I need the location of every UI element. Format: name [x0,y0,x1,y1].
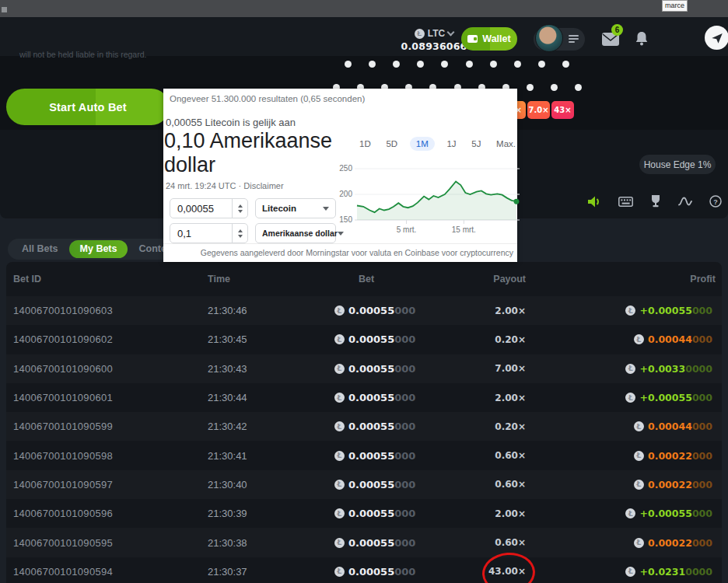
bell-icon[interactable] [635,32,648,46]
bet-cell: Ł 0.00055000 [334,392,467,403]
header-payout: Payout [467,274,526,285]
table-row[interactable]: 14006700101090595 21:30:38 Ł 0.00055000 … [6,528,722,557]
bet-cell: Ł 0.00055000 [334,537,467,549]
ltc-coin-icon: Ł [634,480,644,490]
ltc-coin-icon: Ł [634,421,644,431]
range-tab-5j[interactable]: 5J [468,137,484,151]
table-row[interactable]: 14006700101090603 21:30:46 Ł 0.00055000 … [6,296,722,325]
tab-all-bets[interactable]: All Bets [11,239,69,260]
spinner-from[interactable] [232,199,247,218]
bet-id-cell: 14006700101090601 [13,392,208,403]
bet-cell: Ł 0.00055000 [334,333,467,345]
bet-id-cell: 14006700101090599 [13,421,208,432]
svg-text:15 mrt.: 15 mrt. [452,225,476,234]
svg-text:?: ? [713,198,718,206]
profit-cell: Ł +0.00055000 [526,305,716,316]
currency-from-value: Litecoin [262,204,296,213]
currency-from-select[interactable]: Litecoin [255,198,336,218]
amount-to-input[interactable]: 0,1 [170,223,248,243]
browser-icon-fragment [2,7,7,12]
wallet-label: Wallet [482,33,510,44]
bet-id-cell: 14006700101090602 [13,333,208,345]
header-bet-id: Bet ID [13,274,208,285]
bets-tabs: All BetsMy BetsContest [8,239,189,260]
plinko-peg [551,84,558,91]
payout-cell: 7.00× [467,363,526,374]
ltc-coin-icon: Ł [334,334,345,344]
trophy-icon[interactable] [650,195,661,208]
help-icon[interactable]: ? [709,195,722,208]
screen: marce Ł LTC 0.08936066 Wallet 6 will not… [0,0,728,583]
profit-cell: Ł 0.00044000 [526,421,716,432]
currency-code: LTC [428,28,445,39]
browser-tooltip: marce [662,0,688,12]
dropdown-arrow-icon [323,207,329,211]
ltc-coin-icon: Ł [334,421,345,431]
time-cell: 21:30:37 [208,566,334,578]
bet-cell: Ł 0.00055000 [334,305,467,316]
table-row[interactable]: 14006700101090596 21:30:39 Ł 0.00055000 … [6,499,722,528]
time-cell: 21:30:39 [208,508,334,519]
time-cell: 21:30:46 [208,305,334,316]
keyboard-icon[interactable] [618,197,633,207]
balance-selector[interactable]: Ł LTC 0.08936066 [397,28,471,52]
tab-my-bets[interactable]: My Bets [69,240,128,258]
table-row[interactable]: 14006700101090601 21:30:44 Ł 0.00055000 … [6,383,722,412]
chevron-down-icon [447,29,455,37]
ltc-coin-icon: Ł [625,364,635,374]
ltc-coin-icon: Ł [625,393,635,403]
stats-icon[interactable] [678,197,692,206]
range-tab-1d[interactable]: 1D [356,137,374,151]
amount-from-value: 0,00055 [170,203,232,215]
bet-cell: Ł 0.00055000 [334,450,467,462]
range-tab-1j[interactable]: 1J [443,137,459,151]
table-row[interactable]: 14006700101090594 21:30:37 Ł 0.00055000 … [6,557,722,583]
bets-table: Bet ID Time Bet Payout Profit 1400670010… [6,262,722,583]
multiplier-bucket: 7.0× [527,101,550,119]
disclaimer-link[interactable]: Disclaimer [243,181,283,190]
payout-cell: 0.20× [467,334,526,345]
wallet-button[interactable]: Wallet [461,27,517,51]
multiplier-bucket: 43× [551,101,574,119]
chat-icon[interactable] [705,26,728,50]
range-tab-5d[interactable]: 5D [383,137,401,151]
menu-icon[interactable] [569,35,579,44]
range-tab-max[interactable]: Max. [493,137,519,151]
amount-from-input[interactable]: 0,00055 [170,198,248,218]
plinko-peg [490,61,497,68]
bet-id-cell: 14006700101090600 [13,363,208,375]
plinko-peg [514,61,521,68]
volume-icon[interactable] [588,196,601,208]
payout-cell: 2.00× [467,508,526,519]
header-time: Time [208,274,334,285]
profit-cell: Ł +0.02310000 [526,566,716,578]
terms-text: will not be held liable in this regard. [19,50,146,59]
payout-cell: 0.60× [467,450,526,461]
ltc-coin-icon: Ł [625,508,635,518]
ltc-coin-icon: Ł [334,508,345,518]
ltc-coin-icon: Ł [625,567,635,577]
profit-cell: Ł +0.00055000 [526,508,716,519]
ltc-coin-icon: Ł [334,538,345,548]
spinner-to[interactable] [232,224,247,243]
bet-id-cell: 14006700101090594 [13,566,208,578]
plinko-peg [345,61,352,68]
profit-cell: Ł 0.00022000 [526,537,716,549]
y-tick-label: 200 [329,190,352,198]
table-row[interactable]: 14006700101090600 21:30:43 Ł 0.00055000 … [6,354,722,383]
table-row[interactable]: 14006700101090602 21:30:45 Ł 0.00055000 … [6,325,722,354]
range-tab-1m[interactable]: 1M [410,137,435,151]
bet-id-cell: 14006700101090597 [13,479,208,490]
table-row[interactable]: 14006700101090599 21:30:42 Ł 0.00055000 … [6,412,722,441]
ltc-coin-icon: Ł [625,305,635,316]
profit-cell: Ł +0.00055000 [526,392,716,403]
currency-to-select[interactable]: Amerikaanse dollar [255,223,336,243]
avatar[interactable] [535,24,563,52]
time-cell: 21:30:41 [208,450,334,462]
table-row[interactable]: 14006700101090598 21:30:41 Ł 0.00055000 … [6,441,722,470]
ltc-coin-icon: Ł [334,305,345,316]
plinko-peg [575,84,582,91]
start-auto-bet-button[interactable]: Start Auto Bet [6,89,170,125]
bet-id-cell: 14006700101090596 [13,508,208,519]
table-row[interactable]: 14006700101090597 21:30:40 Ł 0.00055000 … [6,470,722,499]
